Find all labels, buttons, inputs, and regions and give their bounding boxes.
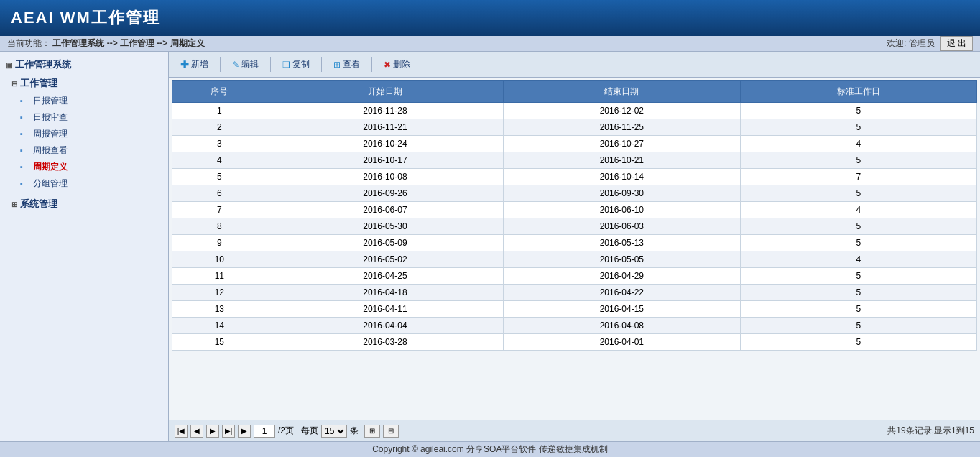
main-layout: ▣ 工作管理系统 ⊟ 工作管理 ▪ 日报管理 ▪ 日报审查 ▪ 周报管理 ▪ 周… — [0, 52, 980, 441]
cell-seq: 6 — [172, 185, 267, 202]
toolbar-sep-1 — [220, 57, 221, 72]
cell-end: 2016-10-27 — [504, 136, 740, 152]
next-page-button[interactable]: ▶ — [206, 425, 219, 438]
cell-seq: 8 — [172, 218, 267, 235]
sidebar-item-group-mgmt[interactable]: ▪ 分组管理 — [0, 175, 168, 192]
toolbar-sep-3 — [321, 57, 322, 72]
edit-button[interactable]: ✎ 编辑 — [226, 57, 264, 72]
cell-seq: 7 — [172, 202, 267, 218]
view-button[interactable]: ⊞ 查看 — [328, 57, 366, 72]
col-header-std: 标准工作日 — [740, 81, 976, 103]
cell-std: 5 — [740, 103, 976, 119]
delete-button[interactable]: ✖ 删除 — [378, 57, 416, 72]
toolbar: ✚ 新增 ✎ 编辑 ❑ 复制 ⊞ 查看 ✖ 删除 — [169, 52, 980, 78]
sidebar-work-mgmt-title[interactable]: ⊟ 工作管理 — [0, 74, 168, 93]
footer-copyright: Copyright © agileai.com 分享SOA平台软件 传递敏捷集成… — [372, 443, 608, 456]
sidebar-item-daily-review[interactable]: ▪ 日报审查 — [0, 109, 168, 126]
table-row[interactable]: 6 2016-09-26 2016-09-30 5 — [172, 185, 977, 202]
cell-end: 2016-10-21 — [504, 152, 740, 169]
table-header-row: 序号 开始日期 结束日期 标准工作日 — [172, 81, 977, 103]
cell-start: 2016-05-02 — [267, 251, 503, 268]
cell-start: 2016-06-07 — [267, 202, 503, 218]
table-row[interactable]: 4 2016-10-17 2016-10-21 5 — [172, 152, 977, 169]
cell-seq: 4 — [172, 152, 267, 169]
daily-report-icon: ▪ — [20, 96, 30, 106]
sidebar-item-daily-report[interactable]: ▪ 日报管理 — [0, 93, 168, 109]
data-table: 序号 开始日期 结束日期 标准工作日 1 2016-11-28 2016-12-… — [172, 80, 977, 351]
cell-seq: 10 — [172, 251, 267, 268]
welcome-text: 欢迎: 管理员 — [887, 37, 935, 50]
export-button[interactable]: ⊞ — [364, 425, 380, 438]
cell-start: 2016-04-18 — [267, 285, 503, 301]
sidebar-item-period-def[interactable]: ▪ 周期定义 — [0, 159, 168, 175]
period-def-icon: ▪ — [20, 162, 30, 172]
view-icon: ⊞ — [333, 60, 341, 70]
exit-button[interactable]: 退 出 — [940, 36, 973, 51]
table-row[interactable]: 9 2016-05-09 2016-05-13 5 — [172, 235, 977, 251]
col-header-seq: 序号 — [172, 81, 267, 103]
cell-std: 4 — [740, 136, 976, 152]
table-row[interactable]: 10 2016-05-02 2016-05-05 4 — [172, 251, 977, 268]
cell-seq: 5 — [172, 169, 267, 185]
sidebar: ▣ 工作管理系统 ⊟ 工作管理 ▪ 日报管理 ▪ 日报审查 ▪ 周报管理 ▪ 周… — [0, 52, 169, 441]
table-row[interactable]: 14 2016-04-04 2016-04-08 5 — [172, 318, 977, 334]
page-input[interactable] — [254, 425, 275, 438]
add-button[interactable]: ✚ 新增 — [175, 57, 214, 72]
cell-start: 2016-05-09 — [267, 235, 503, 251]
table-row[interactable]: 15 2016-03-28 2016-04-01 5 — [172, 334, 977, 351]
cell-end: 2016-04-01 — [504, 334, 740, 351]
system-tree-icon: ▣ — [6, 61, 12, 69]
cell-seq: 15 — [172, 334, 267, 351]
table-row[interactable]: 8 2016-05-30 2016-06-03 5 — [172, 218, 977, 235]
jump-button[interactable]: ▶ — [238, 425, 251, 438]
breadcrumb: 当前功能： 工作管理系统 --> 工作管理 --> 周期定义 — [7, 37, 887, 50]
prev-page-button[interactable]: ◀ — [190, 425, 203, 438]
sidebar-item-weekly-view[interactable]: ▪ 周报查看 — [0, 142, 168, 159]
print-button[interactable]: ⊟ — [383, 425, 399, 438]
table-row[interactable]: 12 2016-04-18 2016-04-22 5 — [172, 285, 977, 301]
first-page-button[interactable]: |◀ — [175, 425, 188, 438]
table-body: 1 2016-11-28 2016-12-02 5 2 2016-11-21 2… — [172, 103, 977, 351]
per-page-prefix: 每页 — [301, 425, 318, 437]
cell-seq: 3 — [172, 136, 267, 152]
cell-std: 5 — [740, 318, 976, 334]
cell-std: 5 — [740, 185, 976, 202]
work-mgmt-tree-icon: ⊟ — [11, 80, 17, 88]
sidebar-sys-mgmt-title[interactable]: ⊞ 系统管理 — [0, 195, 168, 213]
copy-icon: ❑ — [282, 60, 290, 70]
copy-button[interactable]: ❑ 复制 — [277, 57, 315, 72]
cell-std: 5 — [740, 285, 976, 301]
edit-icon: ✎ — [232, 60, 239, 70]
cell-seq: 12 — [172, 285, 267, 301]
pagination-summary: 共19条记录,显示1到15 — [887, 425, 974, 437]
breadcrumb-path: 工作管理系统 --> 工作管理 --> 周期定义 — [52, 38, 204, 48]
sidebar-system-title: ▣ 工作管理系统 — [0, 55, 168, 74]
footer: Copyright © agileai.com 分享SOA平台软件 传递敏捷集成… — [0, 441, 980, 457]
cell-seq: 1 — [172, 103, 267, 119]
cell-end: 2016-05-05 — [504, 251, 740, 268]
cell-start: 2016-11-21 — [267, 119, 503, 136]
table-row[interactable]: 13 2016-04-11 2016-04-15 5 — [172, 301, 977, 318]
table-row[interactable]: 11 2016-04-25 2016-04-29 5 — [172, 268, 977, 285]
cell-seq: 9 — [172, 235, 267, 251]
cell-seq: 13 — [172, 301, 267, 318]
cell-start: 2016-10-24 — [267, 136, 503, 152]
cell-start: 2016-04-11 — [267, 301, 503, 318]
weekly-view-icon: ▪ — [20, 146, 30, 156]
breadcrumb-prefix: 当前功能： — [7, 38, 50, 48]
table-area: 序号 开始日期 结束日期 标准工作日 1 2016-11-28 2016-12-… — [169, 78, 980, 420]
col-header-start: 开始日期 — [267, 81, 503, 103]
table-row[interactable]: 5 2016-10-08 2016-10-14 7 — [172, 169, 977, 185]
per-page-select[interactable]: 15 20 30 50 — [321, 425, 347, 438]
table-row[interactable]: 7 2016-06-07 2016-06-10 4 — [172, 202, 977, 218]
daily-review-icon: ▪ — [20, 113, 30, 123]
table-row[interactable]: 3 2016-10-24 2016-10-27 4 — [172, 136, 977, 152]
table-row[interactable]: 1 2016-11-28 2016-12-02 5 — [172, 103, 977, 119]
cell-std: 5 — [740, 152, 976, 169]
cell-end: 2016-09-30 — [504, 185, 740, 202]
last-page-button[interactable]: ▶| — [222, 425, 235, 438]
table-row[interactable]: 2 2016-11-21 2016-11-25 5 — [172, 119, 977, 136]
sidebar-item-weekly-report[interactable]: ▪ 周报管理 — [0, 126, 168, 142]
content-area: ✚ 新增 ✎ 编辑 ❑ 复制 ⊞ 查看 ✖ 删除 — [169, 52, 980, 441]
cell-end: 2016-04-22 — [504, 285, 740, 301]
